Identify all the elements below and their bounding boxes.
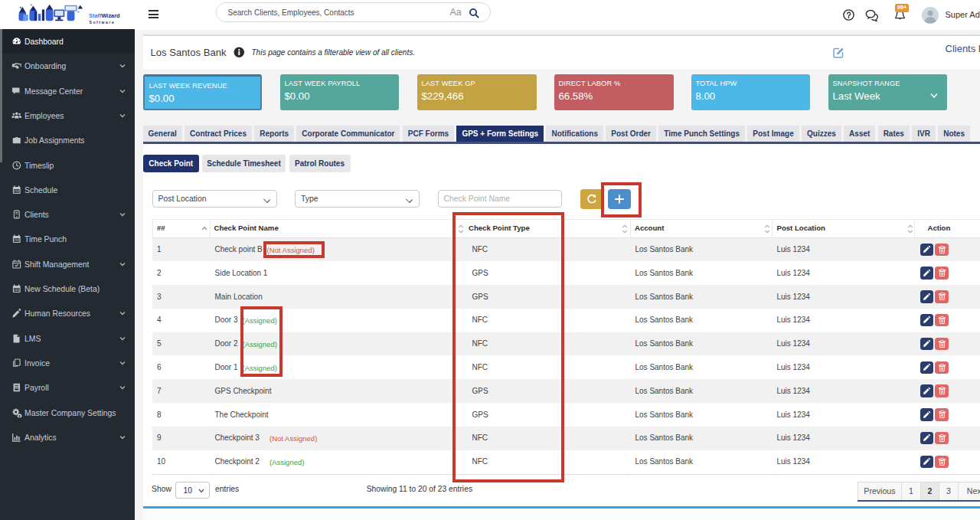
svg-text:StaffWizard: StaffWizard <box>89 12 120 19</box>
svg-text:Software: Software <box>90 20 116 25</box>
